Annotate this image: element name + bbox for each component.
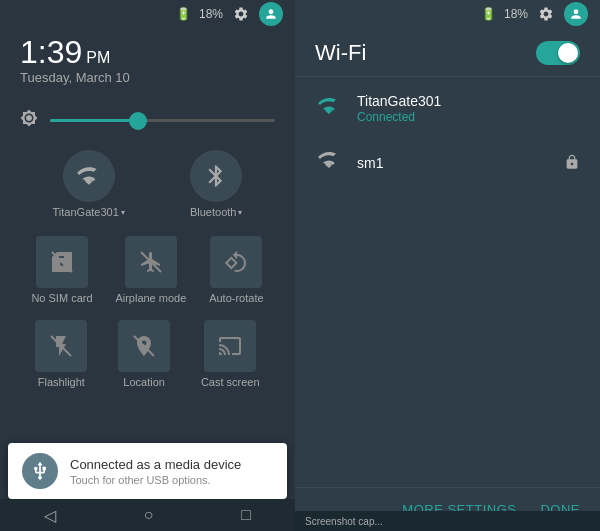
home-button[interactable]: ○ (144, 506, 154, 524)
wifi-title: Wi-Fi (315, 40, 366, 66)
network-item-sm1[interactable]: sm1 (295, 136, 600, 190)
wifi-divider (295, 76, 600, 77)
screenshot-bar: Screenshot cap... (295, 511, 600, 531)
nav-bar: ◁ ○ □ (0, 499, 295, 531)
wifi-tile-icon (63, 150, 115, 202)
status-bar-left: 🔋 18% (0, 0, 295, 28)
quick-tiles-row2: No SIM card Airplane mode Auto-rotate (0, 228, 295, 312)
user-avatar-left[interactable] (259, 2, 283, 26)
brightness-row[interactable] (0, 101, 295, 140)
battery-text-left: 18% (199, 7, 223, 21)
wifi-signal-icon-connected (315, 94, 343, 124)
network-name-sm1: sm1 (357, 155, 550, 171)
cast-tile-label: Cast screen (201, 376, 260, 388)
network-status-titangate: Connected (357, 110, 580, 124)
sim-tile-icon (36, 236, 88, 288)
sim-tile-label: No SIM card (31, 292, 92, 304)
network-info-titangate: TitanGate301 Connected (357, 93, 580, 124)
wifi-tile[interactable]: TitanGate301 ▾ (53, 150, 125, 218)
toggle-knob (558, 43, 578, 63)
wifi-signal-icon-sm1 (315, 148, 343, 178)
screenshot-text: Screenshot cap... (305, 516, 383, 527)
bluetooth-tile[interactable]: Bluetooth ▾ (190, 150, 242, 218)
notification-title: Connected as a media device (70, 457, 273, 472)
rotate-tile-icon (210, 236, 262, 288)
network-name-titangate: TitanGate301 (357, 93, 580, 109)
wifi-header: Wi-Fi (295, 28, 600, 76)
time-section: 1:39PM Tuesday, March 10 (0, 28, 295, 101)
brightness-slider[interactable] (50, 119, 275, 122)
notification-text: Connected as a media device Touch for ot… (70, 457, 273, 486)
settings-icon-left[interactable] (231, 4, 251, 24)
airplane-tile-label: Airplane mode (115, 292, 186, 304)
usb-icon (22, 453, 58, 489)
flashlight-tile-label: Flashlight (38, 376, 85, 388)
status-bar-right: 🔋 18% (295, 0, 600, 28)
user-avatar-right[interactable] (564, 2, 588, 26)
network-item-titangate[interactable]: TitanGate301 Connected (295, 81, 600, 136)
location-tile[interactable]: Location (118, 320, 170, 388)
network-info-sm1: sm1 (357, 155, 550, 171)
battery-icon-left: 🔋 (176, 7, 191, 21)
rotate-tile[interactable]: Auto-rotate (209, 236, 263, 304)
sim-tile[interactable]: No SIM card (31, 236, 92, 304)
recents-button[interactable]: □ (241, 506, 251, 524)
wifi-toggle[interactable] (536, 41, 580, 65)
battery-text-right: 18% (504, 7, 528, 21)
cast-tile-icon (204, 320, 256, 372)
cast-tile[interactable]: Cast screen (201, 320, 260, 388)
flashlight-tile[interactable]: Flashlight (35, 320, 87, 388)
left-panel: 🔋 18% 1:39PM Tuesday, March 10 (0, 0, 295, 531)
settings-icon-right[interactable] (536, 4, 556, 24)
lock-icon-sm1 (564, 154, 580, 173)
date-display: Tuesday, March 10 (20, 70, 275, 85)
location-tile-icon (118, 320, 170, 372)
notification-subtitle: Touch for other USB options. (70, 474, 273, 486)
rotate-tile-label: Auto-rotate (209, 292, 263, 304)
wifi-tile-label: TitanGate301 ▾ (53, 206, 125, 218)
flashlight-tile-icon (35, 320, 87, 372)
quick-tiles-row1: TitanGate301 ▾ Bluetooth ▾ (0, 140, 295, 228)
bluetooth-tile-label: Bluetooth ▾ (190, 206, 242, 218)
back-button[interactable]: ◁ (44, 506, 56, 525)
time-display: 1:39PM (20, 36, 275, 68)
bluetooth-tile-icon (190, 150, 242, 202)
airplane-tile-icon (125, 236, 177, 288)
location-tile-label: Location (123, 376, 165, 388)
airplane-tile[interactable]: Airplane mode (115, 236, 186, 304)
quick-tiles-row3: Flashlight Location Cast screen (0, 312, 295, 396)
notification-card[interactable]: Connected as a media device Touch for ot… (8, 443, 287, 499)
network-list: TitanGate301 Connected sm1 (295, 81, 600, 487)
battery-icon-right: 🔋 (481, 7, 496, 21)
right-panel: 🔋 18% Wi-Fi (295, 0, 600, 531)
brightness-icon (20, 109, 38, 132)
